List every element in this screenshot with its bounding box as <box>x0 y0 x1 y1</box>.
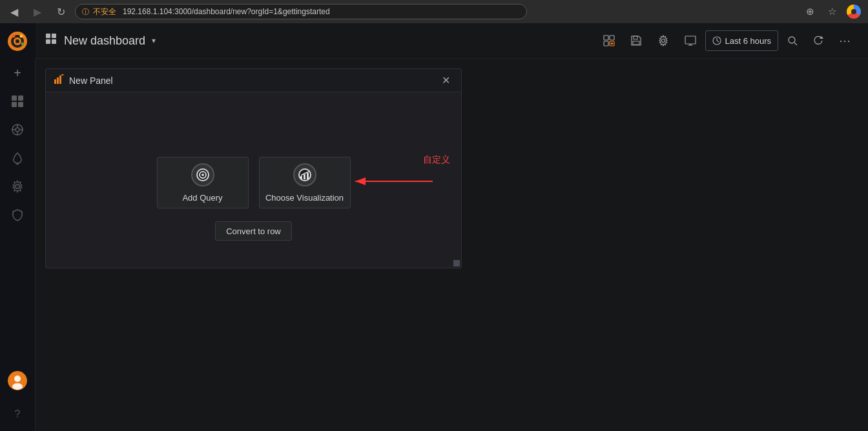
avatar <box>8 371 27 390</box>
panel-close-button[interactable]: ✕ <box>438 73 453 88</box>
refresh-btn[interactable] <box>807 30 830 51</box>
svg-point-42 <box>789 37 795 43</box>
svg-rect-36 <box>685 36 696 44</box>
dashboards-icon <box>11 95 24 108</box>
browser-back[interactable]: ◀ <box>5 3 23 21</box>
save-dashboard-btn[interactable] <box>624 30 648 51</box>
add-panel-btn[interactable] <box>597 30 621 51</box>
browser-bookmark[interactable]: ☆ <box>823 3 841 21</box>
browser-chrome-icon <box>845 3 863 21</box>
top-nav: New dashboard ▾ <box>36 23 868 59</box>
svg-rect-29 <box>604 41 608 46</box>
more-icon: ⋯ <box>839 34 851 48</box>
svg-point-5 <box>20 34 23 37</box>
svg-point-35 <box>662 39 665 43</box>
convert-row-label: Convert to row <box>226 226 281 236</box>
browser-forward[interactable]: ▶ <box>28 3 46 21</box>
browser-right-controls: ⊕ ☆ <box>801 3 863 21</box>
browser-zoom[interactable]: ⊕ <box>801 3 819 21</box>
configuration-icon <box>11 180 24 193</box>
settings-btn[interactable] <box>651 30 676 51</box>
svg-point-21 <box>14 376 21 382</box>
security-icon: ⓘ <box>82 7 89 17</box>
svg-rect-10 <box>18 102 23 107</box>
address-bar[interactable]: ⓘ 不安全 192.168.1.104:3000/dashboard/new?o… <box>75 4 527 19</box>
panel-options-row: Add Query <box>157 157 351 208</box>
sidebar-item-configuration[interactable] <box>0 172 36 201</box>
svg-line-43 <box>794 43 797 45</box>
svg-line-41 <box>717 41 719 42</box>
sidebar-item-explore[interactable] <box>0 115 36 144</box>
sidebar-logo[interactable] <box>0 23 36 59</box>
svg-rect-8 <box>18 95 23 101</box>
svg-rect-28 <box>610 35 614 40</box>
panel-title: New Panel <box>69 75 113 86</box>
add-panel-icon <box>603 35 615 46</box>
choose-visualization-label: Choose Visualization <box>265 193 344 203</box>
panel-body: Add Query <box>46 92 461 254</box>
app-layout: + <box>0 23 868 431</box>
new-panel-dialog: New Panel ✕ <box>45 68 462 268</box>
svg-rect-55 <box>304 174 305 179</box>
top-nav-left: New dashboard ▾ <box>46 34 156 48</box>
sidebar-item-dashboards[interactable] <box>0 87 36 115</box>
sidebar-help[interactable]: ? <box>0 400 36 428</box>
sidebar-user-avatar[interactable] <box>0 366 36 395</box>
sidebar-item-alerting[interactable] <box>0 144 36 172</box>
zoom-icon <box>787 35 798 46</box>
svg-rect-7 <box>12 95 17 101</box>
tv-icon <box>685 35 696 46</box>
alerting-icon <box>11 152 24 165</box>
clock-icon <box>712 36 721 45</box>
panel-header: New Panel ✕ <box>46 69 461 92</box>
apps-icon[interactable] <box>46 34 57 48</box>
svg-rect-24 <box>52 34 56 38</box>
sidebar-item-add[interactable]: + <box>0 59 36 87</box>
grafana-logo-icon <box>7 31 28 52</box>
sidebar-item-shield[interactable] <box>0 201 36 229</box>
svg-rect-33 <box>634 36 637 39</box>
svg-point-52 <box>202 174 204 176</box>
browser-reload[interactable]: ↻ <box>52 3 70 21</box>
add-query-label: Add Query <box>182 193 222 203</box>
svg-rect-9 <box>12 102 17 107</box>
convert-to-row-button[interactable]: Convert to row <box>215 221 292 241</box>
sidebar-bottom: ? <box>0 366 36 431</box>
svg-rect-23 <box>46 34 50 38</box>
refresh-icon <box>813 35 823 46</box>
main-content: New Panel ✕ <box>36 59 868 431</box>
svg-point-3 <box>16 39 19 43</box>
svg-point-6 <box>21 42 25 45</box>
svg-point-4 <box>12 34 16 37</box>
annotation-label: 自定义 <box>423 154 450 166</box>
panel-header-icon <box>54 74 64 86</box>
time-range-label: Last 6 hours <box>725 36 771 46</box>
svg-rect-27 <box>604 35 608 40</box>
browser-bar: ◀ ▶ ↻ ⓘ 不安全 192.168.1.104:3000/dashboard… <box>0 0 868 23</box>
add-icon: + <box>14 66 21 81</box>
choose-visualization-icon <box>293 163 316 186</box>
shield-icon <box>11 208 24 221</box>
help-icon: ? <box>15 408 21 420</box>
save-icon <box>630 35 642 46</box>
svg-rect-34 <box>633 41 639 45</box>
panel-resize-handle[interactable] <box>453 260 460 266</box>
dashboard-title[interactable]: New dashboard <box>64 34 145 48</box>
add-query-button[interactable]: Add Query <box>157 157 249 208</box>
address-text: 不安全 <box>93 6 116 17</box>
time-range-btn[interactable]: Last 6 hours <box>705 30 778 51</box>
explore-icon <box>11 123 24 136</box>
svg-point-12 <box>16 128 19 132</box>
top-nav-right: Last 6 hours ⋯ <box>597 30 858 51</box>
choose-visualization-button[interactable]: Choose Visualization <box>259 157 351 208</box>
svg-point-19 <box>16 185 19 188</box>
svg-rect-46 <box>57 77 59 84</box>
more-options-btn[interactable]: ⋯ <box>832 30 858 51</box>
dashboard-chevron-icon[interactable]: ▾ <box>152 36 156 45</box>
tv-mode-btn[interactable] <box>678 30 703 51</box>
sidebar: + <box>0 23 36 431</box>
svg-point-22 <box>12 383 23 390</box>
svg-rect-54 <box>300 176 302 179</box>
address-url: 192.168.1.104:3000/dashboard/new?orgId=1… <box>123 7 330 16</box>
zoom-time-btn[interactable] <box>781 30 804 51</box>
